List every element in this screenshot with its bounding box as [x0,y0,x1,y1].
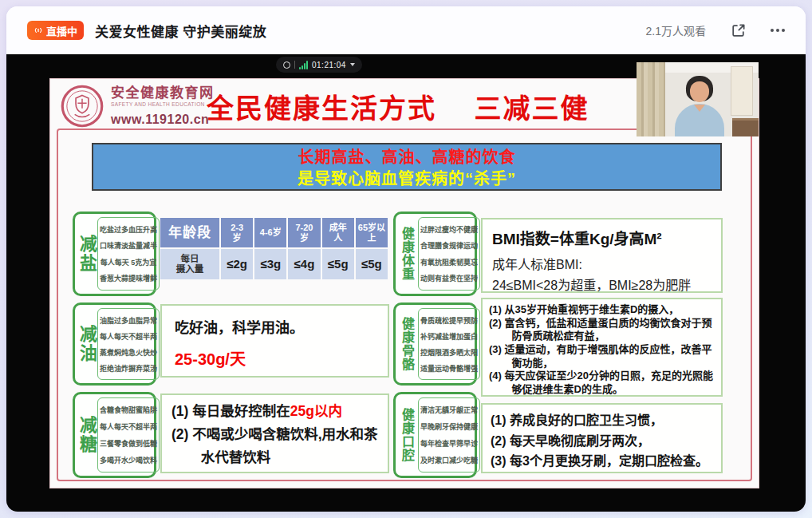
table-header-cell: 2-3 岁 [221,218,253,247]
signal-strength-icon [299,61,308,69]
live-broadcast-icon [34,26,43,35]
table-value-cell: ≤5g [356,249,388,279]
healthy-weight-line: 合理膳食规律运动 [420,240,478,251]
reduce-sugar-line: 多喝开水少喝饮料 [100,455,157,465]
reduce-salt-line: 每人每天 5克为宜 [100,257,157,267]
table-header-cell: 成年 人 [322,218,354,247]
healthy-bones-label: 健康骨骼 [397,308,416,380]
oral-tip-item: (2) 每天早晚彻底刷牙两次， [491,431,713,452]
bmi-standard-values: 24≤BMI<28为超重，BMI≥28为肥胖 [492,275,711,294]
app-window: 直播中 关爱女性健康 守护美丽绽放 2.1万人观看 01:21:04 [6,6,806,512]
healthy-bones-box: 健康骨骼 骨质疏松提早预防 补钙减盐增加蛋白 控烟限酒多晒太阳 适量运动骨骼增强 [393,302,477,386]
elapsed-time: 01:21:04 [312,61,346,69]
table-header-cell: 4-6岁 [254,218,286,247]
table-row-label-line: 摄入量 [176,264,204,275]
live-badge: 直播中 [27,21,84,40]
healthy-bones-line: 骨质疏松提早预防 [420,315,478,326]
table-header-cell: 年龄段 [160,218,219,247]
table-row-label: 每日 摄入量 [160,249,219,279]
sugar-advice-box: (1) 每日最好控制在25g以内 (2) 不喝或少喝含糖饮料,用水和茶水代替饮料 [160,393,389,473]
bmi-box: BMI指数=体重Kg/身高M² 成年人标准BMI: 24≤BMI<28为超重，B… [481,218,723,293]
org-logo-text: 安全健康教育网 SAFETY AND HEALTH EDUCATION www.… [111,86,215,126]
sugar-advice-item: (2) 不喝或少喝含糖饮料,用水和茶水代替饮料 [171,423,378,469]
webcam-door [731,66,753,116]
org-name-en: SAFETY AND HEALTH EDUCATION [111,102,215,108]
healthy-mouth-line: 每年检查早筛早诊 [420,438,478,449]
table-row-label-line: 每日 [181,254,199,264]
stream-status-pill[interactable]: 01:21:04 [276,57,362,73]
reduce-sugar-label: 减糖 [77,397,96,473]
healthy-weight-box: 健康体重 过胖过瘦均不健康 合理膳食规律运动 有氧抗阻柔韧莫忘 动则有益贵在坚持 [393,212,477,296]
more-icon [771,29,785,32]
more-button[interactable] [771,29,785,32]
table-header-cell: 65岁以 上 [356,218,388,247]
reduce-sugar-line: 三餐零食做到低糖 [100,438,157,449]
healthy-mouth-box: 健康口腔 清洁无龋牙龈正常 早晚刷牙保持健康 每年检查早筛早诊 及时漱口减少吃糖 [393,392,477,478]
reduce-oil-line: 拒绝油炸摒弃菜汤 [100,363,157,374]
webcam-furniture [732,118,759,136]
banner-line1: 长期高盐、高油、高糖的饮食 [93,147,720,168]
healthy-bones-line: 补钙减盐增加蛋白 [420,331,478,342]
sugar-advice-item: (1) 每日最好控制在25g以内 [171,400,378,423]
oil-amount: 25-30g/天 [175,346,375,370]
bmi-standard-label: 成年人标准BMI: [492,254,711,273]
bone-tip-item: (4) 每天应保证至少20分钟的日照，充足的光照能够促进维生素D的生成。 [489,370,715,396]
presentation-slide: 安全健康教育网 SAFETY AND HEALTH EDUCATION www.… [49,78,759,488]
bone-tip-item: (3) 适量运动，有助于增强肌体的反应性，改善平衡功能， [489,343,715,370]
reduce-sugar-line: 每人每天不超半两 [100,421,157,432]
bone-tip-item: (1) 从35岁开始重视钙于维生素D的摄入， [489,303,715,317]
healthy-mouth-line: 及时漱口减少吃糖 [420,455,478,465]
slide-title: 全民健康生活方式 三减三健 [207,87,685,126]
sugar-item-text: (1) 每日最好控制在 [171,403,290,419]
table-value-cell: ≤2g [221,249,253,279]
stream-header: 直播中 关爱女性健康 守护美丽绽放 2.1万人观看 [6,6,806,54]
reduce-salt-line: 吃盐过多血压升高 [100,224,157,235]
reduce-oil-label: 减油 [77,308,96,380]
healthy-bones-line: 控烟限酒多晒太阳 [420,347,478,358]
video-player[interactable]: 01:21:04 安全健康教育网 SAFETY AND HEALTH EDUCA… [6,54,806,512]
salt-intake-table: 年龄段 2-3 岁 4-6岁 7-20 岁 成年 人 65岁以 上 每日 摄入量… [160,218,388,279]
reduce-salt-line: 香葱大蒜提味增鲜 [100,273,157,283]
presenter-webcam[interactable] [637,62,759,136]
healthy-weight-line: 有氧抗阻柔韧莫忘 [420,257,478,267]
reduce-oil-line: 油脂过多血脂异常 [100,315,157,326]
record-icon [283,61,290,69]
oil-advice-text: 吃好油，科学用油。 [175,316,375,337]
healthy-mouth-label: 健康口腔 [397,397,416,473]
chevron-down-icon [350,63,355,66]
healthy-mouth-line: 早晚刷牙保持健康 [420,421,478,432]
table-value-cell: ≤5g [322,249,354,279]
table-value-cell: ≤4g [288,249,320,279]
healthy-weight-line: 过胖过瘦均不健康 [420,224,478,235]
healthy-weight-label: 健康体重 [397,217,416,291]
reduce-salt-label: 减盐 [77,217,96,291]
live-badge-label: 直播中 [46,23,77,38]
healthy-weight-line: 动则有益贵在坚持 [420,273,478,283]
page-title: 关爱女性健康 守护美丽绽放 [95,21,266,41]
table-value-cell: ≤3g [254,249,286,279]
reduce-salt-box: 减盐 吃盐过多血压升高 口味清淡盐量减半 每人每天 5克为宜 香葱大蒜提味增鲜 [73,212,156,296]
popout-icon [730,22,747,39]
healthy-bones-line: 适量运动骨骼增强 [420,363,478,374]
popout-button[interactable] [730,22,747,39]
org-name: 安全健康教育网 [111,86,215,100]
warning-banner: 长期高盐、高油、高糖的饮食 是导致心脑血管疾病的“杀手” [92,143,722,191]
viewer-count: 2.1万人观看 [646,22,706,38]
oral-tips-box: (1) 养成良好的口腔卫生习惯， (2) 每天早晚彻底刷牙两次， (3) 每3个… [481,403,723,473]
bone-tip-item: (2) 富含钙，低盐和适量蛋白质的均衡饮食对于预防骨质疏松症有益， [489,317,715,343]
reduce-sugar-line: 含糖食物甜蜜陷阱 [100,405,157,415]
sugar-item-highlight: 25g以内 [290,403,342,419]
bmi-formula: BMI指数=体重Kg/身高M² [492,227,711,248]
org-website: www.119120.cn [111,113,215,126]
reduce-oil-box: 减油 油脂过多血脂异常 每人每天不超半两 蒸煮焖炖急火快炒 拒绝油炸摒弃菜汤 [73,302,156,386]
healthy-mouth-line: 清洁无龋牙龈正常 [420,405,478,415]
reduce-salt-line: 口味清淡盐量减半 [100,240,157,251]
oral-tip-item: (3) 每3个月更换牙刷，定期口腔检查。 [491,451,713,472]
presenter-face [690,81,709,102]
oil-advice-box: 吃好油，科学用油。 25-30g/天 [160,304,389,378]
banner-line2: 是导致心脑血管疾病的“杀手” [93,168,720,190]
reduce-oil-line: 蒸煮焖炖急火快炒 [100,347,157,358]
reduce-oil-line: 每人每天不超半两 [100,331,157,342]
org-logo-icon [60,84,104,129]
table-header-cell: 7-20 岁 [288,218,320,247]
